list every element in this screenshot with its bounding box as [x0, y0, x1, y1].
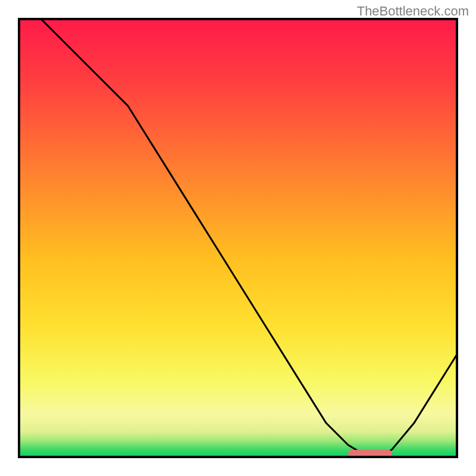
chart-container: TheBottleneck.com — [0, 0, 476, 476]
gradient-background — [18, 18, 458, 458]
optimum-marker — [348, 450, 392, 457]
watermark-text: TheBottleneck.com — [357, 4, 469, 19]
chart-plot-area — [18, 18, 458, 458]
chart-svg — [18, 18, 458, 458]
